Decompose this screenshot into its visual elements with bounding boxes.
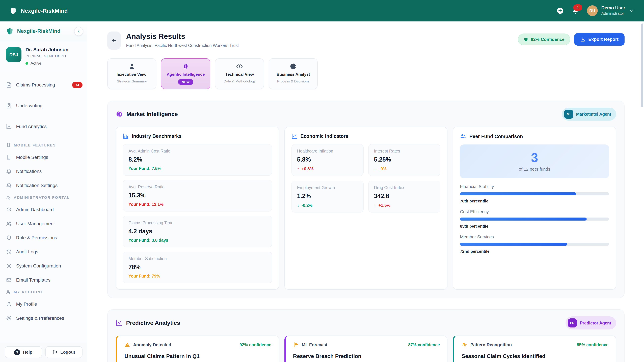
user-gear-icon <box>6 290 11 294</box>
sidebar-nav: Claims Processing AI Underwriting Fund A… <box>0 71 87 323</box>
sidebar-item-audit-logs[interactable]: Audit Logs <box>6 247 82 256</box>
confidence-label: 92% confidence <box>240 343 271 347</box>
chevron-down-icon <box>629 8 634 13</box>
shield-icon <box>6 235 12 241</box>
sidebar-item-notifications[interactable]: Notifications <box>6 167 82 176</box>
add-button[interactable] <box>556 7 564 14</box>
chart-line-icon <box>116 320 122 326</box>
top-header: Nexgile-RiskMind 4 DU Demo User <box>0 0 644 21</box>
sidebar-section-my-account: MY ACCOUNT <box>6 290 82 294</box>
tab-executive-view[interactable]: Executive View Strategic Summary <box>107 58 156 89</box>
app-logo: Nexgile-RiskMind <box>10 7 68 14</box>
percentile-bar: Financial Stability 78th percentile <box>460 184 609 203</box>
sidebar-collapse-button[interactable] <box>74 27 83 36</box>
logout-icon <box>53 350 58 355</box>
sidebar-item-email-templates[interactable]: Email Templates <box>6 276 82 284</box>
main-content: Analysis Results Fund Analysis: Pacific … <box>87 21 644 362</box>
chevron-left-icon <box>76 29 81 33</box>
predictor-agent-pill[interactable]: PR Predictor Agent <box>565 317 616 330</box>
header-actions: 4 DU Demo User Administrator <box>556 5 634 16</box>
person-icon <box>128 63 135 70</box>
trend-up-icon: ↑ <box>297 167 299 171</box>
peer-fund-comparison-card: Peer Fund Comparison 3 of 12 peer funds … <box>453 127 616 290</box>
anomaly-detected-card: Anomaly Detected 92% confidence Unusual … <box>116 336 279 362</box>
tab-agentic-intelligence[interactable]: Agentic Intelligence NEW <box>161 58 210 89</box>
trend-down-icon: ↓ <box>297 203 299 208</box>
users-gear-icon <box>6 221 12 226</box>
warning-triangle-icon <box>124 342 130 348</box>
ml-forecast-card: ML Forecast 87% confidence Reserve Breac… <box>284 336 448 362</box>
gear-icon <box>6 315 12 321</box>
peer-rank: 3 <box>531 151 538 164</box>
logout-button[interactable]: Logout <box>45 346 82 358</box>
sidebar-header: Nexgile-RiskMind <box>0 21 87 41</box>
sidebar-section-administrator-portal: ADMINISTRATOR PORTAL <box>6 195 82 200</box>
notifications-button[interactable]: 4 <box>572 7 579 14</box>
mobile-icon <box>6 143 11 147</box>
market-intelligence-section: Market Intelligence MI MarketIntel Agent… <box>107 100 624 298</box>
sidebar: Nexgile-RiskMind DSJ Dr. Sarah Johnson C… <box>0 21 88 362</box>
view-tabs: Executive View Strategic Summary Agentic… <box>107 58 624 89</box>
history-icon <box>6 249 12 255</box>
sidebar-item-admin-dashboard[interactable]: Admin Dashboard <box>6 205 82 214</box>
sidebar-item-fund-analytics[interactable]: Fund Analytics <box>6 122 82 131</box>
sidebar-item-claims-processing[interactable]: Claims Processing AI <box>6 80 82 89</box>
tab-business-analyst[interactable]: Business Analyst Process & Decisions <box>269 58 318 89</box>
ai-badge: AI <box>72 82 82 88</box>
main-scrollbar-thumb[interactable] <box>641 23 643 107</box>
user-icon <box>6 301 12 307</box>
tab-technical-view[interactable]: Technical View Data & Methodology <box>215 58 264 89</box>
peer-rank-box: 3 of 12 peer funds <box>460 144 609 178</box>
mobile-icon <box>6 154 12 160</box>
globe-icon <box>116 111 123 118</box>
status-label: Active <box>30 61 42 66</box>
agent-initials-badge: PR <box>568 319 577 328</box>
agent-initials-badge: MI <box>564 110 573 119</box>
pie-chart-icon <box>290 63 297 70</box>
help-button[interactable]: ? Help <box>5 346 42 358</box>
sidebar-shield-icon <box>6 27 14 35</box>
profile-title: CLINICAL GENETICIST <box>26 54 68 58</box>
user-avatar: DU <box>587 5 598 16</box>
download-icon <box>580 37 585 42</box>
sidebar-item-system-configuration[interactable]: System Configuration <box>6 261 82 270</box>
page-header: Analysis Results Fund Analysis: Pacific … <box>107 31 624 50</box>
back-button[interactable] <box>107 31 121 50</box>
economic-tile: Drug Cost Index 342.8 ↑ +1.5% <box>368 181 440 213</box>
sidebar-item-user-management[interactable]: User Management <box>6 219 82 228</box>
pattern-recognition-card: Pattern Recognition 85% confidence Seaso… <box>453 336 616 362</box>
bell-icon <box>6 168 12 174</box>
app-root: Nexgile-RiskMind 4 DU Demo User <box>0 0 644 362</box>
gauge-icon <box>6 207 12 212</box>
section-title: Market Intelligence <box>126 111 178 117</box>
line-chart-icon <box>291 133 297 139</box>
user-role: Administrator <box>601 11 625 16</box>
predictive-analytics-section: Predictive Analytics PR Predictor Agent … <box>107 309 624 362</box>
waveform-icon <box>462 342 468 348</box>
file-plus-icon <box>6 82 12 88</box>
arrow-left-icon <box>111 37 117 43</box>
industry-benchmarks-card: Industry Benchmarks Avg. Admin Cost Rati… <box>116 127 279 290</box>
sidebar-profile-card: DSJ Dr. Sarah Johnson CLINICAL GENETICIS… <box>0 41 87 71</box>
marketintel-agent-pill[interactable]: MI MarketIntel Agent <box>562 108 616 121</box>
percentile-bar: Cost Efficiency 85th percentile <box>460 209 609 229</box>
sidebar-item-settings-preferences[interactable]: Settings & Preferences <box>6 314 82 323</box>
sidebar-footer: ? Help Logout <box>0 342 87 362</box>
users-icon <box>460 133 466 139</box>
sidebar-item-my-profile[interactable]: My Profile <box>6 300 82 308</box>
sidebar-item-mobile-settings[interactable]: Mobile Settings <box>6 153 82 162</box>
sidebar-item-role-permissions[interactable]: Role & Permissions <box>6 233 82 242</box>
section-title: Predictive Analytics <box>126 320 180 326</box>
sidebar-item-notification-settings[interactable]: Notification Settings <box>6 181 82 190</box>
economic-tile: Employment Growth 1.2% ↓ -0.2% <box>291 181 364 213</box>
benchmark-tile: Member Satisfaction 78% Your Fund: 79% <box>123 252 272 283</box>
brand-shield-icon <box>10 7 17 14</box>
trend-up-icon: ↑ <box>374 203 376 208</box>
clipboard-check-icon <box>6 103 12 108</box>
bar-chart-icon <box>123 133 129 139</box>
brand-name: Nexgile-RiskMind <box>21 7 68 14</box>
export-report-button[interactable]: Export Report <box>574 33 624 45</box>
user-menu[interactable]: DU Demo User Administrator <box>587 5 634 16</box>
sidebar-item-underwriting[interactable]: Underwriting <box>6 101 82 110</box>
gear-icon <box>6 263 12 269</box>
